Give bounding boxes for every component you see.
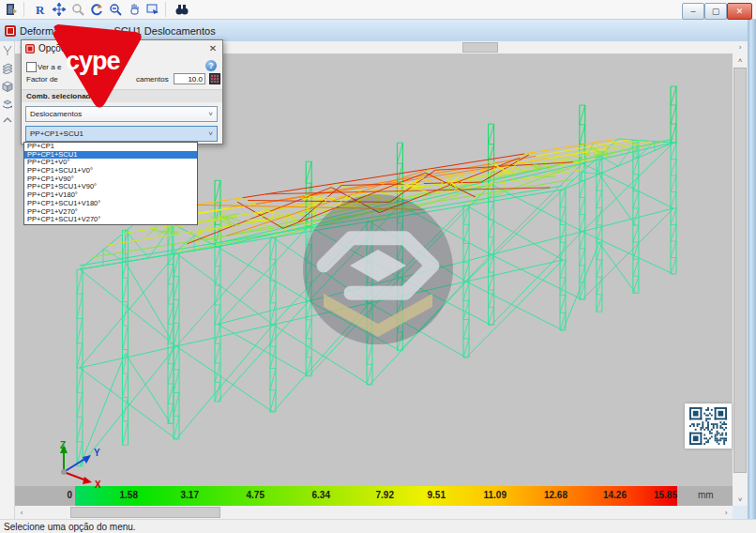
dialog-title: Opções (38, 43, 70, 53)
combination-value: PP+CP1+SCU1 (30, 129, 83, 138)
scale-value: 1.58 (120, 490, 138, 500)
result-type-combobox[interactable]: Deslocamentos ˅ (25, 106, 218, 122)
pan-compass-icon[interactable] (50, 1, 68, 18)
axis-z-label: Z (60, 440, 66, 450)
axis-y-label: Y (94, 448, 100, 458)
vscrollbar[interactable]: ˄ ˅ (733, 53, 748, 506)
combination-combobox[interactable]: PP+CP1+SCU1 ˅ (25, 126, 218, 142)
svg-text:R: R (36, 3, 45, 16)
factor-label-right: camentos (136, 75, 169, 84)
checkbox-label: Ver a e (38, 63, 61, 71)
dialog-close-icon[interactable]: ✕ (206, 42, 219, 54)
exit-door-icon[interactable] (2, 1, 21, 18)
factor-label-left: Factor de (26, 75, 58, 84)
solid-view-icon[interactable] (2, 81, 13, 92)
regenerate-icon[interactable]: R (31, 1, 50, 18)
scale-value: 6.34 (312, 490, 330, 500)
search-binoculars-icon[interactable] (173, 1, 191, 18)
scale-value: 7.92 (376, 490, 394, 500)
toolbar-separator (165, 2, 173, 17)
dropdown-item[interactable]: PP+CP1+SCU1+V180° (24, 200, 197, 208)
toolbar-separator (23, 2, 31, 17)
scale-value: 14.26 (603, 490, 627, 500)
animate-film-icon[interactable] (209, 73, 220, 84)
dropdown-item[interactable]: PP+CP1+SCU1+V0° (24, 167, 197, 175)
app-icon (5, 25, 16, 37)
scroll-up-icon[interactable]: ˄ (733, 53, 748, 67)
dropdown-item[interactable]: PP+CP1+V270° (24, 208, 197, 217)
scale-value: 3.17 (181, 490, 199, 500)
scale-value: 12.68 (544, 490, 567, 500)
layers-icon[interactable] (2, 63, 13, 74)
minimize-button[interactable]: – (682, 3, 704, 20)
help-icon[interactable]: ? (205, 60, 217, 71)
close-button[interactable]: ✕ (727, 3, 752, 20)
qr-code-image (689, 407, 727, 445)
scale-unit: mm (698, 490, 714, 500)
side-toolbar (0, 41, 15, 519)
scroll-left-icon[interactable]: ‹ (15, 506, 28, 519)
dialog-titlebar[interactable]: Opções (22, 40, 222, 56)
dropdown-item[interactable]: PP+CP1+V180° (24, 191, 197, 200)
status-text: Selecione uma opção do menu. (4, 522, 136, 532)
zoom-out-icon[interactable] (106, 1, 125, 18)
factor-input[interactable] (174, 73, 205, 84)
window-border-right (748, 20, 756, 519)
scroll-right-icon[interactable]: › (719, 506, 733, 519)
scale-value: 11.09 (484, 490, 507, 500)
dropdown-item[interactable]: PP+CP1+SCU1+V90° (24, 183, 197, 191)
status-bar: Selecione uma opção do menu. (0, 519, 756, 533)
previous-view-icon[interactable] (144, 1, 162, 18)
scale-value: 4.75 (247, 490, 265, 500)
main-toolbar: R (0, 0, 756, 20)
section-header: Comb. selecionada (22, 89, 222, 102)
dialog-icon (25, 44, 35, 53)
dropdown-item[interactable]: PP+CP1 (24, 143, 197, 151)
combination-dropdown-list[interactable]: PP+CP1PP+CP1+SCU1PP+CP1+V0°PP+CP1+SCU1+V… (23, 142, 198, 225)
window-title-left: Deformada (20, 25, 70, 37)
maximize-button[interactable]: ▢ (704, 3, 727, 20)
dropdown-item[interactable]: PP+CP1+SCU1 (24, 151, 197, 160)
zoom-window-disabled-icon[interactable] (68, 1, 87, 18)
axis-x-label: X (95, 480, 101, 490)
collapse-up-icon[interactable] (3, 116, 12, 124)
color-scale: 01.583.174.756.347.929.5111.0912.6814.26… (15, 486, 733, 506)
hscroll-top-thumb[interactable] (462, 42, 498, 53)
window-title-right: SCU1 Deslocamentos (113, 25, 215, 37)
orbit-view-icon[interactable] (2, 99, 13, 110)
app-window: { "window": { "title_left": "Deformada",… (0, 0, 756, 533)
hscrollbar-bottom[interactable]: ‹ › (15, 506, 733, 519)
scale-value: 9.51 (428, 490, 446, 500)
vscroll-thumb[interactable] (733, 68, 747, 473)
measure-tool-icon[interactable] (2, 45, 13, 56)
chevron-down-icon: ˅ (208, 129, 213, 138)
scroll-down-icon[interactable]: ˅ (733, 493, 748, 506)
axis-triad-icon: Z Y X (45, 439, 111, 497)
dropdown-item[interactable]: PP+CP1+SCU1+V270° (24, 216, 197, 224)
qr-code (685, 404, 732, 449)
view-undeformed-checkbox[interactable] (26, 62, 37, 72)
scale-value: 15.85 (654, 490, 677, 500)
pan-hand-icon[interactable] (125, 1, 144, 18)
dropdown-item[interactable]: PP+CP1+V0° (24, 159, 197, 167)
scroll-right-icon[interactable]: › (733, 41, 748, 53)
chevron-down-icon: ˅ (208, 110, 213, 118)
dropdown-item[interactable]: PP+CP1+V90° (24, 175, 197, 184)
result-type-value: Deslocamentos (30, 110, 82, 118)
redraw-icon[interactable] (87, 1, 106, 18)
options-dialog: Opções ✕ Ver a e ? Factor de camentos Co… (21, 39, 223, 145)
hscroll-bottom-thumb[interactable] (70, 507, 220, 518)
